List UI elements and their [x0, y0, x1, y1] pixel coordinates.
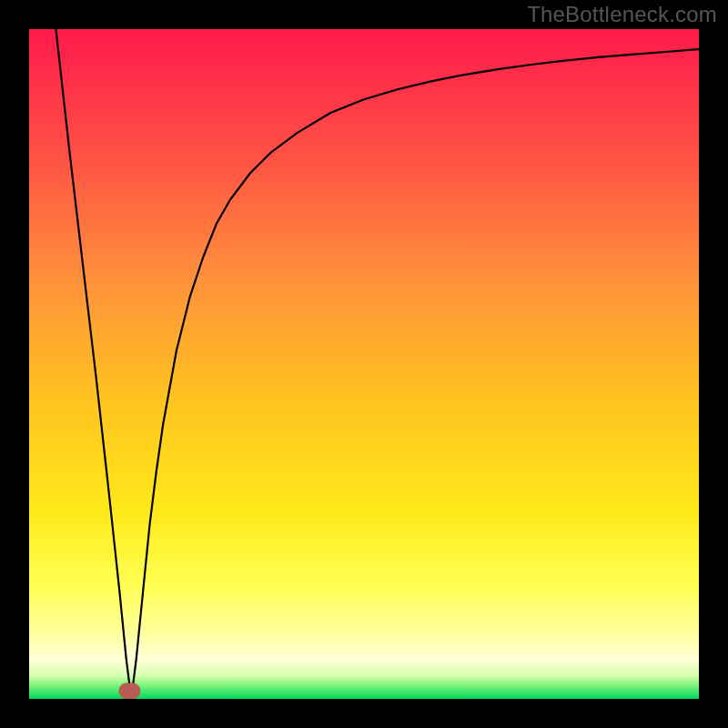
chart-svg: [29, 29, 699, 699]
minimum-marker: [118, 682, 140, 699]
watermark-text: TheBottleneck.com: [527, 2, 717, 27]
gradient-background: [29, 29, 699, 699]
chart-container: TheBottleneck.com: [0, 0, 728, 728]
plot-area: [29, 29, 699, 699]
marker-dot: [124, 682, 140, 699]
